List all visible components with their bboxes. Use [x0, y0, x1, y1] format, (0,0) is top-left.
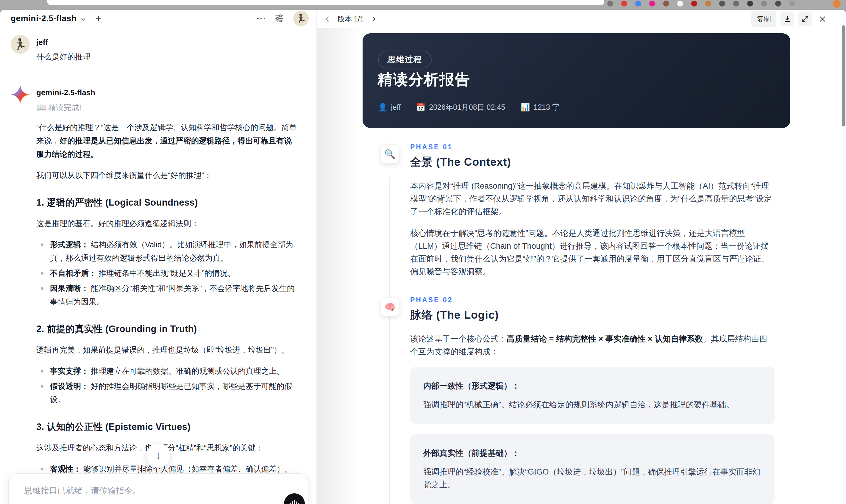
- list-item: 假设透明： 好的推理会明确指明哪些是已知事实，哪些是基于可能的假设。: [36, 380, 299, 407]
- meta-wordcount: 📊 1213 字: [521, 102, 560, 112]
- extension-icon[interactable]: [677, 1, 683, 6]
- voice-input-button[interactable]: [284, 493, 305, 504]
- chat-panel: gemini-2.5-flash + 🏃: [0, 10, 317, 504]
- magnifier-icon: 🔍: [381, 144, 400, 163]
- user-message: 🏃 jeff 什么是好的推理: [11, 35, 302, 64]
- meta-date: 📅 2026年01月08日 02:45: [416, 102, 505, 112]
- user-message-text: 什么是好的推理: [36, 50, 299, 64]
- phase-label: PHASE 01: [410, 143, 841, 151]
- user-name: jeff: [36, 37, 299, 47]
- user-avatar: 🏃: [11, 35, 30, 54]
- model-selector[interactable]: gemini-2.5-flash: [11, 14, 76, 23]
- divider: [42, 503, 43, 504]
- section-heading: 2. 前提的真实性 (Grounding in Truth): [36, 322, 299, 336]
- artifact-toolbar: 版本 1/1 复制: [317, 10, 846, 28]
- bar-chart-icon: 📊: [521, 103, 530, 112]
- phase-label: PHASE 02: [410, 296, 841, 304]
- phase-title: 全景 (The Context): [410, 155, 841, 169]
- brain-icon: 🧠: [381, 297, 400, 316]
- phase-title: 脉络 (The Logic): [410, 308, 841, 323]
- tune-icon[interactable]: [274, 13, 284, 23]
- artifact-actions: 复制: [751, 11, 829, 27]
- list-item: 事实支撑： 推理建立在可靠的数据、准确的观测或公认的真理之上。: [36, 364, 299, 378]
- version-label: 版本 1/1: [338, 14, 364, 24]
- chevron-down-icon: [80, 16, 87, 23]
- extension-icon[interactable]: [621, 1, 627, 6]
- gemini-star-icon: [11, 85, 30, 104]
- waveform-icon: [289, 499, 300, 504]
- report-meta: 👤 jeff 📅 2026年01月08日 02:45 📊 1213 字: [378, 102, 560, 112]
- download-icon: [783, 15, 791, 23]
- extension-icon[interactable]: [705, 1, 711, 6]
- list-item: 形式逻辑： 结构必须有效（Valid）。比如演绎推理中，如果前提全部为真，那么通…: [36, 238, 299, 265]
- extension-icon[interactable]: [635, 1, 641, 6]
- scroll-to-bottom-button[interactable]: ↓: [146, 443, 171, 468]
- screen: gemini-2.5-flash + 🏃: [0, 0, 846, 504]
- arrow-down-icon: ↓: [156, 449, 161, 462]
- extension-icon[interactable]: [733, 1, 739, 6]
- person-icon: 👤: [378, 103, 387, 112]
- version-next-button[interactable]: [369, 14, 378, 24]
- assistant-status: 📖 精读完成!: [36, 102, 299, 113]
- list-item: 不自相矛盾： 推理链条中不能出现“既是又非”的情况。: [36, 267, 299, 280]
- section-heading: 3. 认知的公正性 (Epistemic Virtues): [36, 420, 299, 433]
- phase-section-1: 🔍 PHASE 01 全景 (The Context) 本内容是对“推理 (Re…: [317, 143, 841, 278]
- artifact-content[interactable]: 思维过程 精读分析报告 👤 jeff 📅 2026年01月08日 02:45 📊: [317, 28, 841, 504]
- download-button[interactable]: [780, 12, 794, 26]
- phase-formula: 该论述基于一个核心公式：高质量结论 = 结构完整性 × 事实准确性 × 认知自律…: [410, 332, 775, 358]
- composer-tools: [23, 503, 82, 504]
- artifact-panel: 版本 1/1 复制: [317, 10, 846, 504]
- close-icon: [818, 15, 826, 23]
- bullet-list: 事实支撑： 推理建立在可靠的数据、准确的观测或公认的真理之上。 假设透明： 好的…: [36, 364, 299, 407]
- phase-paragraph: 核心情境在于解决“思考的随意性”问题。不论是人类通过批判性思维进行决策，还是大语…: [410, 227, 775, 278]
- scrollbar[interactable]: [841, 22, 846, 504]
- scrollbar-thumb[interactable]: [842, 25, 845, 126]
- extension-icon[interactable]: [691, 1, 697, 6]
- extension-icon[interactable]: [747, 1, 753, 6]
- phase-section-2: 🧠 PHASE 02 脉络 (The Logic) 该论述基于一个核心公式：高质…: [317, 296, 841, 504]
- version-nav: 版本 1/1: [323, 14, 378, 24]
- phase-body: 本内容是对“推理 (Reasoning)”这一抽象概念的高层建模。在知识爆炸与人…: [410, 180, 775, 278]
- extension-icon[interactable]: [775, 1, 781, 6]
- dimension-card: 外部真实性（前提基础）： 强调推理的“经验校准”。解决“GIGO（垃圾进，垃圾出…: [410, 434, 775, 504]
- more-options-button[interactable]: [257, 18, 265, 19]
- extension-icon[interactable]: [649, 1, 655, 6]
- extension-icon[interactable]: [607, 1, 613, 6]
- composer-placeholder: 思维接口已就绪，请传输指令。: [24, 485, 141, 496]
- browser-omnibox[interactable]: [47, 0, 604, 5]
- chat-header: gemini-2.5-flash + 🏃: [0, 10, 316, 27]
- phase-body: 该论述基于一个核心公式：高质量结论 = 结构完整性 × 事实准确性 × 认知自律…: [410, 332, 775, 504]
- expand-icon: [801, 15, 809, 23]
- assistant-lead: 我们可以从以下四个维度来衡量什么是“好的推理”：: [36, 169, 299, 182]
- copy-button[interactable]: 复制: [751, 11, 776, 27]
- report-title: 精读分析报告: [377, 70, 470, 90]
- report-badge: 思维过程: [378, 51, 431, 68]
- assistant-intro: “什么是好的推理？”这是一个涉及逻辑学、认知科学和哲学核心的问题。简单来说，好的…: [36, 121, 299, 161]
- message-composer[interactable]: 思维接口已就绪，请传输指令。: [8, 473, 308, 504]
- version-prev-button[interactable]: [323, 14, 333, 24]
- browser-extensions: [607, 1, 795, 6]
- chat-messages[interactable]: 🏃 jeff 什么是好的推理: [0, 27, 316, 504]
- assistant-message: gemini-2.5-flash 📖 精读完成! “什么是好的推理？”这是一个涉…: [11, 85, 302, 504]
- new-chat-button[interactable]: +: [95, 13, 102, 23]
- dimension-cards: 内部一致性（形式逻辑）： 强调推理的“机械正确”。结论必须在给定的规则系统内逻辑…: [410, 367, 775, 504]
- app-window: gemini-2.5-flash + 🏃: [0, 10, 846, 504]
- account-avatar[interactable]: 🏃: [293, 11, 309, 26]
- meta-author: 👤 jeff: [378, 103, 401, 112]
- browser-profile-avatar[interactable]: [833, 0, 841, 8]
- section-heading: 1. 逻辑的严密性 (Logical Soundness): [36, 196, 299, 209]
- browser-toolbar: [0, 0, 846, 10]
- extension-icon[interactable]: [663, 1, 669, 6]
- section-desc: 逻辑再完美，如果前提是错误的，推理也是垃圾（即“垃圾进，垃圾出”）。: [36, 343, 299, 357]
- phase-paragraph: 本内容是对“推理 (Reasoning)”这一抽象概念的高层建模。在知识爆炸与人…: [410, 180, 775, 218]
- list-item: 因果清晰： 能准确区分“相关性”和“因果关系”，不会轻率地将先后发生的事情归为因…: [36, 282, 299, 308]
- extension-icon[interactable]: [789, 1, 795, 6]
- section-desc: 这是推理的基石。好的推理必须遵循逻辑法则：: [36, 217, 299, 230]
- report-hero-card: 思维过程 精读分析报告 👤 jeff 📅 2026年01月08日 02:45 📊: [363, 33, 790, 128]
- close-button[interactable]: [816, 13, 829, 25]
- dimension-card: 内部一致性（形式逻辑）： 强调推理的“机械正确”。结论必须在给定的规则系统内逻辑…: [410, 367, 775, 424]
- calendar-icon: 📅: [416, 103, 425, 112]
- extension-icon[interactable]: [719, 1, 725, 6]
- extension-icon[interactable]: [761, 1, 767, 6]
- expand-button[interactable]: [798, 12, 812, 26]
